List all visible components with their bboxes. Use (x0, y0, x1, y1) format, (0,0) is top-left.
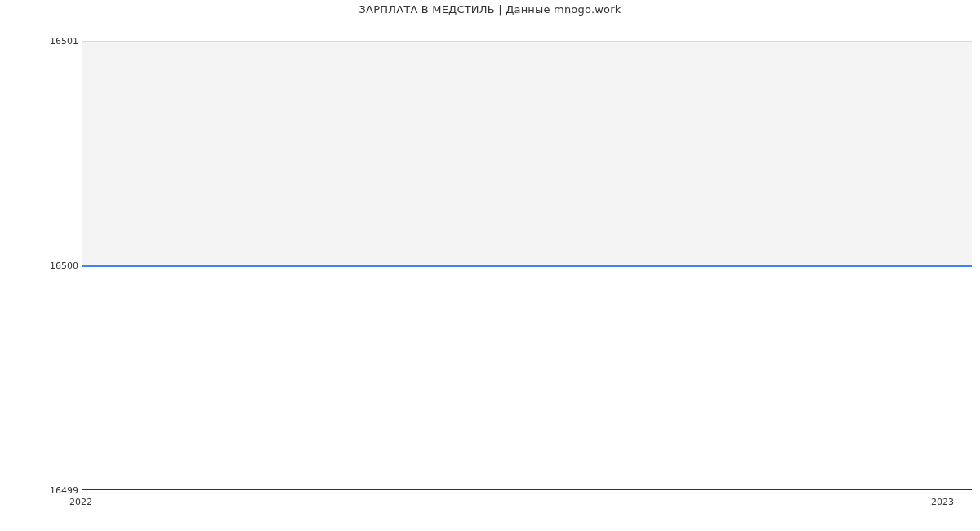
plot-area (82, 41, 972, 490)
area-fill (82, 41, 972, 266)
gridline (82, 41, 972, 42)
axis-y (82, 41, 82, 490)
x-tick-label: 2022 (69, 497, 92, 507)
y-tick-label: 16499 (13, 485, 78, 496)
y-tick-label: 16501 (13, 36, 78, 47)
x-tick-label: 2023 (931, 497, 954, 507)
axis-x (82, 489, 972, 490)
series-line (82, 266, 972, 267)
chart-container: ЗАРПЛАТА В МЕДСТИЛЬ | Данные mnogo.work … (0, 0, 980, 531)
chart-title: ЗАРПЛАТА В МЕДСТИЛЬ | Данные mnogo.work (0, 3, 980, 16)
y-tick-label: 16500 (13, 261, 78, 271)
